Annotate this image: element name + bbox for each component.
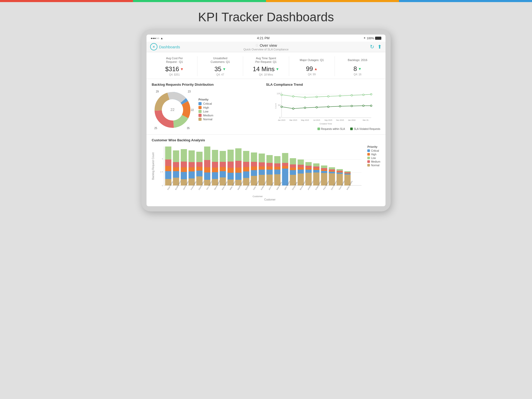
svg-text:Count: Count bbox=[275, 103, 277, 109]
bar-groups: Raul Garcia Bradley Ross bbox=[165, 147, 353, 190]
svg-point-29 bbox=[328, 106, 329, 108]
svg-point-19 bbox=[316, 96, 317, 98]
sla-legend: Requests within SLA SLA Violated Request… bbox=[266, 128, 380, 130]
bar-segment bbox=[298, 159, 304, 165]
bar-segment bbox=[196, 167, 203, 171]
bar-segment bbox=[212, 162, 218, 168]
bar-segment bbox=[344, 171, 351, 172]
bar-segment bbox=[329, 172, 335, 173]
kpi-unsatisfied: UnsatisfiedCustomers: Q1 35 ▼ Q4: 47 bbox=[197, 56, 243, 76]
bar-segment bbox=[189, 171, 195, 178]
donut-labels: 23 29 22 35 25 bbox=[152, 89, 193, 131]
kpi-unsatisfied-value: 35 ▼ bbox=[200, 65, 240, 73]
bar-segment bbox=[228, 162, 234, 168]
bar-segment bbox=[196, 171, 203, 176]
bar-segment bbox=[298, 165, 304, 167]
kpi-backlogs-sub: Q4: 16 bbox=[337, 73, 378, 76]
bar-segment bbox=[282, 153, 288, 163]
bar-segment bbox=[267, 155, 273, 163]
bar-segment bbox=[290, 158, 296, 164]
bar-segment bbox=[181, 167, 187, 172]
bar-segment bbox=[235, 168, 242, 173]
bar-segment bbox=[243, 162, 249, 167]
svg-text:Jul 2015: Jul 2015 bbox=[313, 119, 320, 121]
bar-segment bbox=[329, 169, 335, 171]
bar-segment bbox=[228, 173, 234, 179]
donut-svg-wrap: 22 23 29 22 35 25 bbox=[152, 89, 193, 131]
bar-segment bbox=[204, 167, 210, 172]
refresh-icon[interactable]: ↻ bbox=[370, 44, 374, 50]
bar-segment bbox=[313, 163, 320, 167]
svg-text:May 2015: May 2015 bbox=[301, 119, 309, 121]
avg-cost-arrow: ▼ bbox=[180, 67, 184, 71]
status-time: 4:21 PM bbox=[257, 36, 269, 40]
svg-text:0: 0 bbox=[162, 184, 163, 187]
legend-label-medium: Medium bbox=[203, 114, 213, 117]
legend-low: Low bbox=[198, 110, 213, 113]
bar-segment bbox=[337, 169, 343, 171]
svg-point-31 bbox=[351, 105, 353, 107]
kpi-avg-cost-value: $316 ▼ bbox=[154, 65, 195, 73]
svg-text:Jan 2015: Jan 2015 bbox=[278, 119, 285, 121]
bar-dot-normal bbox=[367, 164, 370, 167]
svg-text:5: 5 bbox=[162, 158, 163, 160]
donut-legend: Priority Critical High Low bbox=[198, 98, 213, 122]
line-chart-title: SLA Compliance Trend bbox=[266, 83, 380, 87]
legend-dot-normal bbox=[198, 118, 202, 121]
bar-legend-medium: Medium bbox=[367, 160, 380, 163]
legend-high: High bbox=[198, 106, 213, 109]
bar-legend-normal: Normal bbox=[367, 164, 380, 167]
ipad-frame: ●●●○○ ▲ 4:21 PM ✴ 100% × Dashboards ☆ Ov… bbox=[141, 29, 391, 211]
bar-segment bbox=[243, 171, 249, 178]
donut-label-25: 25 bbox=[154, 127, 157, 130]
kpi-outages: Major Outages: Q1 99 ▲ Q4: 99 bbox=[289, 56, 335, 76]
bar-segment bbox=[173, 162, 179, 167]
bar-segment bbox=[344, 173, 351, 174]
bar-segment bbox=[321, 170, 327, 171]
bar-y-axis-label: Backlog Request Count bbox=[152, 145, 155, 187]
bar-legend-high: High bbox=[367, 153, 380, 156]
kpi-unsatisfied-sub: Q4: 47 bbox=[200, 73, 240, 76]
nav-subtitle: Quick Overview of SLA Compliance bbox=[243, 48, 289, 51]
ipad-screen: ●●●○○ ▲ 4:21 PM ✴ 100% × Dashboards ☆ Ov… bbox=[147, 35, 385, 206]
bar-label-high: High bbox=[371, 153, 376, 156]
bar-segment bbox=[305, 166, 312, 168]
bar-segment bbox=[274, 156, 281, 163]
bar-x-axis-title: Customer bbox=[252, 195, 263, 198]
legend-label-high: High bbox=[203, 106, 209, 109]
kpi-avg-cost-label: Avg Cost PerRequest : Q1 bbox=[154, 56, 195, 64]
svg-text:Nov 2015: Nov 2015 bbox=[336, 119, 344, 121]
nav-left: × Dashboards bbox=[150, 43, 180, 50]
nav-title: Over view bbox=[260, 43, 277, 48]
bar-segment bbox=[274, 170, 281, 174]
legend-dot-critical bbox=[198, 102, 202, 105]
close-button[interactable]: × bbox=[150, 43, 157, 50]
avg-time-arrow: ▼ bbox=[276, 67, 279, 71]
bar-segment bbox=[228, 150, 234, 162]
svg-point-23 bbox=[363, 94, 364, 96]
svg-point-24 bbox=[370, 94, 372, 95]
sla-dot-within bbox=[317, 128, 320, 130]
legend-dot-low bbox=[198, 110, 202, 113]
bar-segment bbox=[321, 165, 327, 168]
bar-segment bbox=[329, 167, 335, 169]
legend-dot-high bbox=[198, 106, 202, 109]
svg-point-30 bbox=[339, 105, 341, 107]
bar-segment bbox=[337, 171, 343, 172]
dashboards-link[interactable]: Dashboards bbox=[159, 45, 180, 49]
donut-chart-title: Backlog Requests Priority Distribution bbox=[152, 83, 261, 87]
kpi-outages-value: 99 ▲ bbox=[292, 65, 332, 72]
bar-segment bbox=[259, 167, 265, 170]
star-icon[interactable]: ☆ bbox=[255, 43, 259, 48]
bar-dot-low bbox=[367, 157, 370, 159]
share-icon[interactable]: ⬆ bbox=[377, 44, 382, 50]
sla-legend-within: Requests within SLA bbox=[317, 128, 345, 130]
wifi-icon: ▲ bbox=[160, 37, 163, 40]
sla-legend-violated: SLA Violated Requests bbox=[350, 128, 380, 130]
kpi-backlogs-value: 8 ▼ bbox=[337, 65, 378, 72]
bar-segment bbox=[165, 171, 171, 179]
bar-segment bbox=[305, 162, 312, 166]
bar-segment bbox=[282, 166, 288, 169]
kpi-backlogs: Backlogs: 2016 8 ▼ Q4: 16 bbox=[335, 56, 380, 76]
legend-dot-medium bbox=[198, 114, 202, 117]
